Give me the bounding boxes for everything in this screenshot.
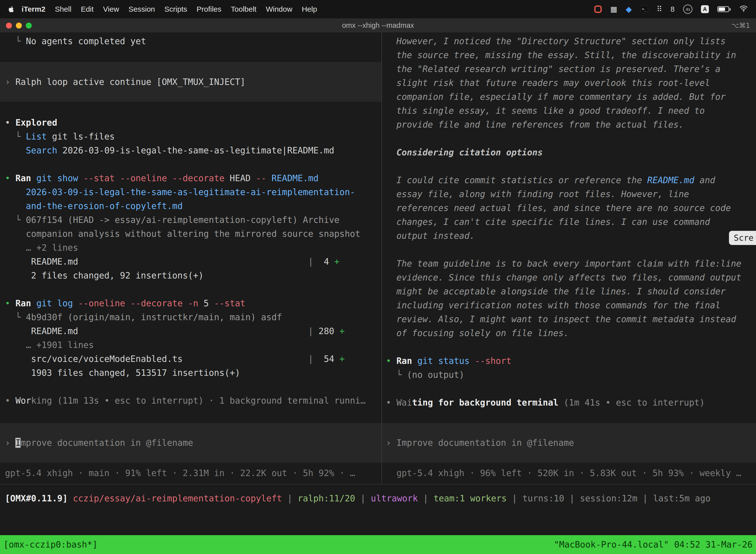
screen-recording-icon[interactable]	[594, 5, 602, 13]
terminal-line: output instead.	[386, 229, 756, 243]
terminal-line: src/voice/voiceModeEnabled.ts | 54 +	[5, 352, 381, 366]
battery-gauge-icon[interactable]: .61	[683, 4, 693, 14]
terminal-line: companion file, especially if more comme…	[386, 90, 756, 104]
terminal-line: └ 067f154 (HEAD -> essay/ai-reimplementa…	[5, 213, 381, 227]
dots-grid-icon[interactable]: ⠿	[656, 5, 662, 13]
apple-menu-icon[interactable]	[7, 5, 15, 13]
menu-iterm2[interactable]: iTerm2	[17, 5, 50, 13]
omx-status-line: [OMX#0.11.9] cczip/essay/ai-reimplementa…	[0, 485, 756, 505]
terminal-line: and-the-erosion-of-copyleft.md	[5, 199, 381, 213]
terminal-line: essay file, along with finding root file…	[386, 187, 756, 201]
ran-git-log: • Ran git log --oneline --decorate -n 5 …	[5, 296, 381, 310]
working-status: • Working (11m 13s • esc to interrupt) ·…	[5, 394, 381, 407]
waiting-status: • Waiting for background terminal (1m 41…	[386, 396, 756, 409]
terminal-line: … +1901 lines	[5, 338, 381, 352]
terminal-line: slight risk that future readers may over…	[386, 76, 756, 90]
terminal-line: this single essay, it seems like a good …	[386, 104, 756, 118]
prompt-input: › Improve documentation in @filename	[5, 436, 377, 450]
prompt-input[interactable]: › Improve documentation in @filename	[382, 423, 756, 463]
screen-overlay-clipped-button[interactable]: Scre	[729, 231, 756, 245]
tmux-session-label: [omx-cczip0:bash*]	[3, 538, 98, 552]
terminal-line: However, I noticed the "Directory Struct…	[386, 34, 756, 48]
terminal-line: references need actual files, and since …	[386, 201, 756, 215]
battery-gauge-label: .61	[685, 7, 691, 11]
menu-toolbelt[interactable]: Toolbelt	[226, 5, 261, 13]
menu-window[interactable]: Window	[261, 5, 297, 13]
terminal-line: of focusing solely on file lines.	[386, 326, 756, 340]
menubar: iTerm2ShellEditViewSessionScriptsProfile…	[0, 0, 756, 18]
blank-line	[386, 159, 756, 173]
explored-list-item: └ List git ls-files	[5, 129, 381, 144]
blank-line	[5, 282, 381, 296]
input-source-icon[interactable]: A	[701, 5, 709, 13]
tmux-status-bar: [omx-cczip0:bash*] "MacBook-Pro-44.local…	[0, 535, 756, 554]
close-button[interactable]	[6, 22, 12, 29]
blank-line	[5, 380, 381, 394]
agents-status-line: └ No agents completed yet	[5, 34, 381, 48]
terminal-line: The team guideline is to back every impo…	[386, 257, 756, 271]
battery-icon[interactable]	[717, 6, 729, 12]
menu-shell[interactable]: Shell	[50, 5, 76, 13]
terminal-line: README.md | 4 +	[5, 255, 381, 269]
pane-statusline: gpt-5.4 xhigh · main · 91% left · 2.31M …	[5, 466, 381, 480]
ran-git-status: • Ran git status --short	[386, 354, 756, 368]
minimize-button[interactable]	[16, 22, 22, 29]
terminal-line: the "Related research writing" section i…	[386, 62, 756, 76]
terminal-line: I could cite commit statistics or refere…	[386, 173, 756, 187]
terminal-line: … +2 lines	[5, 241, 381, 255]
ralph-loop-banner: › Ralph loop active continue [OMX_TMUX_I…	[5, 75, 377, 89]
cursor: I	[15, 438, 20, 448]
window-titlebar: omx --xhigh --madmax ⌥⌘1	[0, 18, 756, 33]
terminal-line: 2026-03-09-is-legal-the-same-as-legitima…	[5, 185, 381, 199]
terminal-app-icon[interactable]: >_	[640, 5, 648, 13]
menu-profiles[interactable]: Profiles	[192, 5, 226, 13]
terminal-line: └ 4b9d30f (origin/main, instructkr/main,…	[5, 310, 381, 324]
prompt-input: › Improve documentation in @filename	[386, 436, 751, 450]
blank-line	[386, 340, 756, 354]
terminal-line: evidence. Since this change only affects…	[386, 271, 756, 284]
menu-scripts[interactable]: Scripts	[160, 5, 192, 13]
terminal-window: └ No agents completed yet› Ralph loop ac…	[0, 33, 756, 554]
terminal-line: might be acceptable alongside the file l…	[386, 284, 756, 298]
menu-edit[interactable]: Edit	[76, 5, 99, 13]
terminal-line: 2 files changed, 92 insertions(+)	[5, 269, 381, 282]
window-title: omx --xhigh --madmax	[0, 21, 756, 30]
blank-line	[386, 131, 756, 146]
menubar-items: iTerm2ShellEditViewSessionScriptsProfile…	[17, 5, 322, 13]
menu-view[interactable]: View	[99, 5, 124, 13]
prompt-input[interactable]: › Improve documentation in @filename	[0, 423, 381, 463]
menu-session[interactable]: Session	[124, 5, 160, 13]
blue-app-icon[interactable]: ◆	[626, 5, 632, 13]
thinking-heading: Considering citation options	[386, 146, 756, 159]
menubar-status-icons: ▦ ◆ >_ ⠿ 8 .61 A	[594, 4, 750, 14]
explored-header: • Explored	[5, 116, 381, 129]
left-pane[interactable]: └ No agents completed yet› Ralph loop ac…	[0, 33, 382, 484]
ran-git-show: • Ran git show --stat --oneline --decora…	[5, 171, 381, 185]
app-8-icon[interactable]: 8	[671, 5, 675, 13]
terminal-line: changes, I can't cite specific file line…	[386, 215, 756, 229]
terminal-line: provide file and line references from th…	[386, 118, 756, 131]
grid-app-icon[interactable]: ▦	[610, 5, 617, 13]
blank-line	[386, 382, 756, 396]
wifi-icon[interactable]	[739, 5, 748, 14]
tmux-panes: └ No agents completed yet› Ralph loop ac…	[0, 33, 756, 485]
menu-help[interactable]: Help	[297, 5, 322, 13]
pane-statusline: gpt-5.4 xhigh · 96% left · 520K in · 5.8…	[386, 466, 756, 480]
blank-line	[386, 243, 756, 257]
terminal-line: the source tree, missing the essay. Stil…	[386, 48, 756, 62]
explored-search-item: Search 2026-03-09-is-legal-the-same-as-l…	[5, 144, 381, 157]
tmux-host-clock: "MacBook-Pro-44.local" 04:52 31-Mar-26	[554, 538, 753, 552]
battery-fill	[718, 7, 725, 11]
zoom-button[interactable]	[26, 22, 32, 29]
right-pane[interactable]: However, I noticed the "Directory Struct…	[382, 33, 756, 484]
window-shortcut-badge: ⌥⌘1	[732, 21, 750, 29]
terminal-line: 1903 files changed, 513517 insertions(+)	[5, 366, 381, 380]
terminal-line: companion analysis without altering the …	[5, 227, 381, 241]
blank-line	[5, 157, 381, 171]
terminal-line: including verification notes with those …	[386, 298, 756, 312]
terminal-line: └ (no output)	[386, 368, 756, 382]
ralph-loop-banner: › Ralph loop active continue [OMX_TMUX_I…	[0, 62, 381, 102]
terminal-line: README.md | 280 +	[5, 324, 381, 338]
terminal-line: review. Also, I might want to inspect th…	[386, 312, 756, 326]
